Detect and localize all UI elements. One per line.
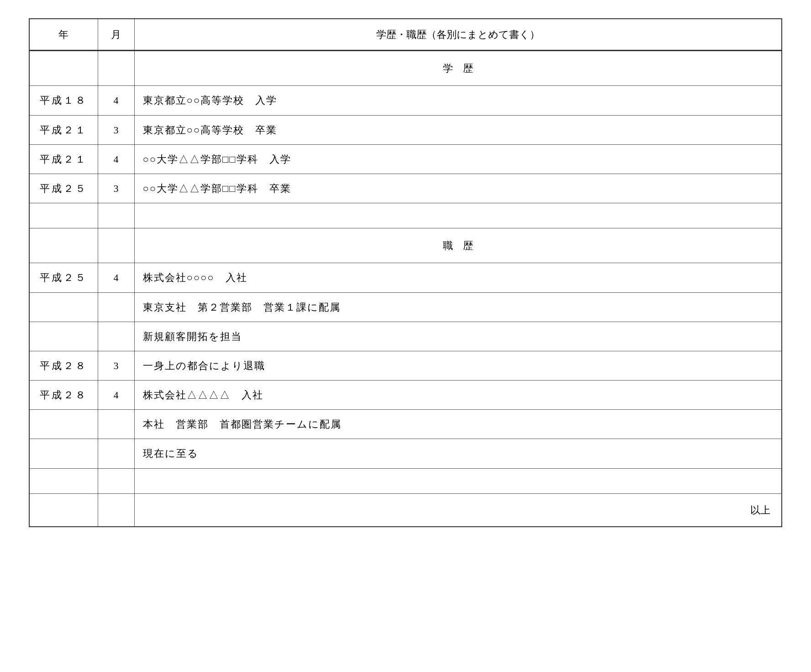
history-cell: ○○大学△△学部□□学科 入学 [134, 144, 782, 174]
edu-month-cell [98, 51, 134, 86]
table-row: 本社 営業部 首都圏営業チームに配属 [29, 410, 782, 439]
month-cell: 3 [98, 115, 134, 144]
history-cell: 東京支社 第２営業部 営業１課に配属 [134, 292, 782, 322]
header-month: 月 [98, 19, 134, 51]
empty-cell [134, 468, 782, 493]
table-row: 東京支社 第２営業部 営業１課に配属 [29, 292, 782, 322]
month-cell: 4 [98, 86, 134, 115]
empty-row [29, 203, 782, 228]
year-cell: 平成１８ [29, 86, 98, 115]
month-cell-empty [98, 292, 134, 322]
year-cell: 平成２８ [29, 381, 98, 410]
month-cell: 4 [98, 263, 134, 292]
month-cell-empty [98, 439, 134, 468]
year-cell-empty [29, 410, 98, 439]
work-section-header: 職 歴 [29, 228, 782, 263]
table-row: 新規顧客開拓を担当 [29, 322, 782, 351]
work-header-text: 職 歴 [134, 228, 782, 263]
end-row: 以上 [29, 493, 782, 527]
empty-cell [29, 203, 98, 228]
history-cell: 一身上の都合により退職 [134, 351, 782, 380]
year-cell: 平成２８ [29, 351, 98, 380]
history-cell: 本社 営業部 首都圏営業チームに配属 [134, 410, 782, 439]
empty-cell [134, 203, 782, 228]
table-row: 平成２８ 3 一身上の都合により退職 [29, 351, 782, 380]
year-cell: 平成２１ [29, 115, 98, 144]
year-cell: 平成２１ [29, 144, 98, 174]
end-text: 以上 [134, 493, 782, 527]
table-row: 平成１８ 4 東京都立○○高等学校 入学 [29, 86, 782, 115]
table-row: 平成２８ 4 株式会社△△△△ 入社 [29, 381, 782, 410]
table-row: 平成２１ 3 東京都立○○高等学校 卒業 [29, 115, 782, 144]
table-row: 現在に至る [29, 439, 782, 468]
table-row: 平成２５ 3 ○○大学△△学部□□学科 卒業 [29, 174, 782, 203]
end-month-cell [98, 493, 134, 527]
empty-row [29, 468, 782, 493]
end-year-cell [29, 493, 98, 527]
year-cell-empty [29, 439, 98, 468]
work-year-cell [29, 228, 98, 263]
empty-cell [98, 203, 134, 228]
month-cell: 4 [98, 144, 134, 174]
year-cell-empty [29, 292, 98, 322]
edu-year-cell [29, 51, 98, 86]
history-cell: 東京都立○○高等学校 卒業 [134, 115, 782, 144]
table-row: 平成２１ 4 ○○大学△△学部□□学科 入学 [29, 144, 782, 174]
year-cell-empty [29, 322, 98, 351]
history-cell: 現在に至る [134, 439, 782, 468]
empty-cell [29, 468, 98, 493]
month-cell-empty [98, 322, 134, 351]
header-history: 学歴・職歴（各別にまとめて書く） [134, 19, 782, 51]
history-cell: 新規顧客開拓を担当 [134, 322, 782, 351]
resume-table: 年 月 学歴・職歴（各別にまとめて書く） 学 歴 平成１８ 4 東京都立○○高等… [29, 18, 782, 527]
history-cell: 株式会社○○○○ 入社 [134, 263, 782, 292]
history-cell: ○○大学△△学部□□学科 卒業 [134, 174, 782, 203]
empty-cell [98, 468, 134, 493]
year-cell: 平成２５ [29, 263, 98, 292]
month-cell: 3 [98, 174, 134, 203]
header-year: 年 [29, 19, 98, 51]
table-row: 平成２５ 4 株式会社○○○○ 入社 [29, 263, 782, 292]
work-month-cell [98, 228, 134, 263]
month-cell: 3 [98, 351, 134, 380]
history-cell: 東京都立○○高等学校 入学 [134, 86, 782, 115]
month-cell: 4 [98, 381, 134, 410]
education-section-header: 学 歴 [29, 51, 782, 86]
month-cell-empty [98, 410, 134, 439]
year-cell: 平成２５ [29, 174, 98, 203]
edu-header-text: 学 歴 [134, 51, 782, 86]
history-cell: 株式会社△△△△ 入社 [134, 381, 782, 410]
